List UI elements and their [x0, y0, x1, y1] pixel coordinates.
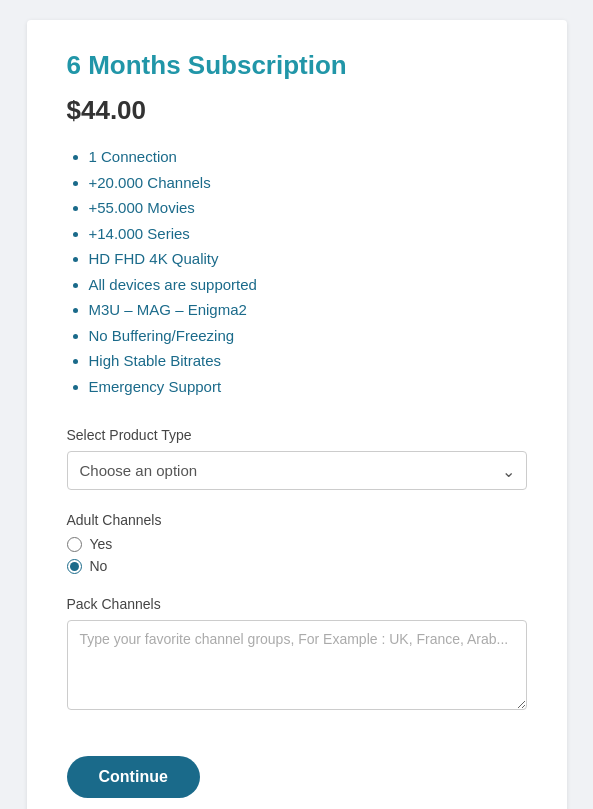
select-wrapper: Choose an option ⌄ [67, 451, 527, 490]
feature-item: +14.000 Series [89, 221, 527, 247]
feature-item: +20.000 Channels [89, 170, 527, 196]
feature-item: HD FHD 4K Quality [89, 246, 527, 272]
feature-item: Emergency Support [89, 374, 527, 400]
feature-item: M3U – MAG – Enigma2 [89, 297, 527, 323]
feature-item: 1 Connection [89, 144, 527, 170]
feature-item: All devices are supported [89, 272, 527, 298]
adult-yes-radio[interactable] [67, 537, 82, 552]
feature-item: High Stable Bitrates [89, 348, 527, 374]
adult-channels-label: Adult Channels [67, 512, 527, 528]
product-card: 6 Months Subscription $44.00 1 Connectio… [27, 20, 567, 809]
adult-no-radio[interactable] [67, 559, 82, 574]
pack-channels-section: Pack Channels [67, 596, 527, 714]
features-list: 1 Connection+20.000 Channels+55.000 Movi… [67, 144, 527, 399]
feature-item: No Buffering/Freezing [89, 323, 527, 349]
continue-button[interactable]: Continue [67, 756, 200, 798]
product-title: 6 Months Subscription [67, 50, 527, 81]
adult-no-option[interactable]: No [67, 558, 527, 574]
product-type-section: Select Product Type Choose an option ⌄ [67, 427, 527, 490]
product-price: $44.00 [67, 95, 527, 126]
product-type-select[interactable]: Choose an option [67, 451, 527, 490]
adult-no-label: No [90, 558, 108, 574]
pack-channels-label: Pack Channels [67, 596, 527, 612]
adult-yes-label: Yes [90, 536, 113, 552]
pack-channels-textarea[interactable] [67, 620, 527, 710]
adult-channels-radio-group: Yes No [67, 536, 527, 574]
adult-yes-option[interactable]: Yes [67, 536, 527, 552]
adult-channels-section: Adult Channels Yes No [67, 512, 527, 574]
select-product-type-label: Select Product Type [67, 427, 527, 443]
feature-item: +55.000 Movies [89, 195, 527, 221]
